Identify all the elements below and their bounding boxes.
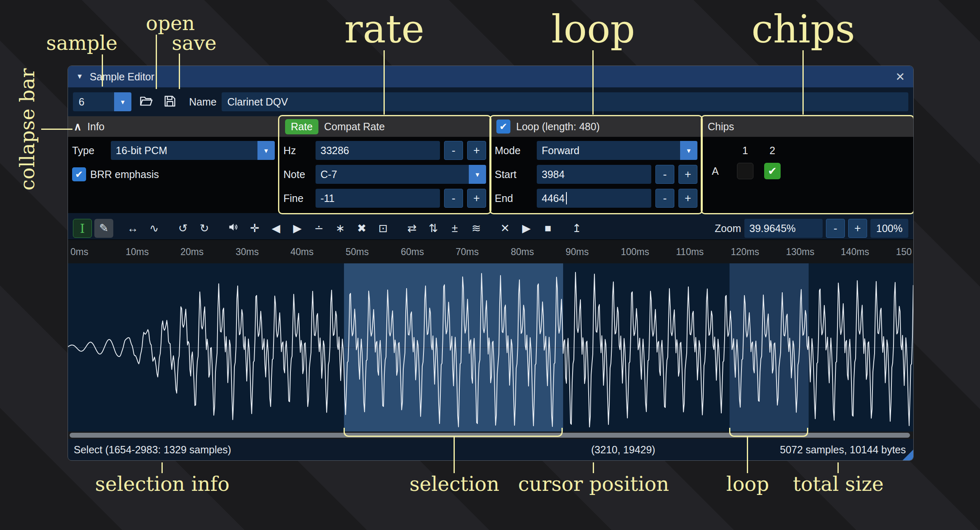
reverse-icon: ⇄ — [407, 222, 417, 235]
invert-icon: ⇅ — [429, 222, 438, 235]
resize-button[interactable]: ↔ — [123, 219, 142, 238]
window-titlebar[interactable]: ▼ Sample Editor ✕ — [68, 66, 913, 87]
make-instrument-button[interactable]: ↥ — [567, 219, 586, 238]
open-sample-button[interactable] — [136, 92, 155, 111]
window-collapse-icon[interactable]: ▼ — [76, 73, 83, 81]
selection-bracket — [344, 428, 563, 437]
note-dropdown[interactable]: C-7 ▼ — [316, 165, 486, 184]
loop-start-label: Start — [495, 169, 533, 181]
loop-enable-checkbox[interactable]: ✔ — [496, 120, 510, 134]
undo-button[interactable]: ↺ — [173, 219, 192, 238]
chevron-down-icon[interactable]: ▼ — [469, 165, 486, 184]
hz-increment-button[interactable]: + — [467, 141, 486, 160]
fade-in-icon: ◀ — [272, 222, 281, 235]
ruler-tick: 60ms — [401, 246, 424, 257]
apply-silence-button[interactable]: ∗ — [331, 219, 350, 238]
annotation-connector-line — [837, 462, 839, 473]
folder-open-icon — [139, 94, 153, 110]
sample-editor-window: ▼ Sample Editor ✕ 6 ▼ Name Clarinet DQV — [68, 66, 914, 461]
resample-button[interactable]: ∿ — [145, 219, 164, 238]
brr-emphasis-label: BRR emphasis — [90, 169, 159, 181]
ruler-tick: 80ms — [511, 246, 534, 257]
delete-button[interactable]: ✖ — [352, 219, 371, 238]
loop-end-value: 4464 — [542, 192, 565, 204]
chip-a2-checkbox[interactable]: ✔ — [764, 163, 781, 179]
filter-button[interactable]: ≋ — [467, 219, 486, 238]
loop-end-increment-button[interactable]: + — [678, 189, 697, 208]
filter-wave-icon: ≋ — [472, 222, 481, 235]
rate-panel-header: Rate Compat Rate — [279, 116, 490, 137]
rate-mode-badge[interactable]: Rate — [285, 119, 318, 134]
fine-field[interactable]: -11 — [316, 189, 440, 208]
sample-toolbar: I ✎ ↔ ∿ ↺ ↻ ✛ ◀ ▶ ∸ ∗ ✖ ⊡ ⇄ ⇅ ± ≋ ✕ ▶ ■ … — [68, 217, 913, 239]
fade-out-button[interactable]: ▶ — [288, 219, 307, 238]
edit-mode-button[interactable]: I — [73, 219, 92, 238]
loop-start-decrement-button[interactable]: - — [655, 165, 674, 184]
loop-start-field[interactable]: 3984 — [537, 165, 651, 184]
fine-decrement-button[interactable]: - — [444, 189, 463, 208]
info-panel-title: Info — [87, 121, 105, 133]
amplify-button[interactable] — [224, 219, 243, 238]
loop-end-field[interactable]: 4464 — [537, 189, 651, 208]
zoom-reset-button[interactable]: 100% — [870, 219, 908, 238]
ruler-tick: 20ms — [180, 246, 203, 257]
collapse-chevron-icon[interactable]: ∧ — [74, 120, 82, 133]
sample-name-field[interactable]: Clarinet DQV — [222, 92, 908, 111]
chip-column-2-label: 2 — [769, 145, 775, 157]
annotation-connector-line — [593, 462, 594, 473]
save-sample-button[interactable] — [160, 92, 179, 111]
trim-button[interactable]: ⊡ — [374, 219, 393, 238]
cursor-position-text: (3210, 19429) — [591, 444, 655, 456]
sample-name-value: Clarinet DQV — [227, 96, 288, 108]
hz-field[interactable]: 33286 — [316, 141, 440, 160]
normalize-button[interactable]: ✛ — [245, 219, 264, 238]
sign-convert-button[interactable]: ± — [445, 219, 464, 238]
ruler-tick: 120ms — [731, 246, 759, 257]
window-title: Sample Editor — [90, 71, 154, 83]
fade-in-button[interactable]: ◀ — [267, 219, 285, 238]
waveform-display[interactable] — [68, 263, 913, 432]
stop-preview-button[interactable]: ■ — [538, 219, 557, 238]
loop-end-decrement-button[interactable]: - — [655, 189, 674, 208]
chevron-down-icon[interactable]: ▼ — [257, 141, 275, 160]
redo-button[interactable]: ↻ — [195, 219, 214, 238]
annotation-connector-line — [156, 35, 157, 89]
window-resize-grip[interactable] — [903, 450, 913, 460]
selection-info-text: Select (1654-2983: 1329 samples) — [74, 444, 231, 456]
plus-minus-icon: ± — [452, 222, 458, 235]
draw-mode-button[interactable]: ✎ — [94, 219, 113, 238]
upload-icon: ↥ — [572, 222, 582, 235]
brr-emphasis-checkbox[interactable]: ✔ — [72, 167, 86, 181]
zoom-out-button[interactable]: - — [826, 219, 845, 238]
invert-button[interactable]: ⇅ — [424, 219, 443, 238]
undo-icon: ↺ — [178, 222, 188, 235]
chip-a1-checkbox[interactable] — [737, 163, 753, 179]
floppy-save-icon — [163, 94, 177, 110]
ruler-tick: 140ms — [841, 246, 869, 257]
zoom-in-button[interactable]: + — [848, 219, 867, 238]
annotation-sample: sample — [46, 31, 117, 54]
sample-number-dropdown[interactable]: 6 ▼ — [73, 92, 131, 111]
chip-column-1-label: 1 — [742, 145, 748, 157]
hz-decrement-button[interactable]: - — [444, 141, 463, 160]
time-ruler[interactable]: 0ms 10ms 20ms 30ms 40ms 50ms 60ms 70ms 8… — [68, 239, 913, 263]
loop-start-increment-button[interactable]: + — [678, 165, 697, 184]
info-panel-header[interactable]: ∧ Info — [68, 116, 279, 137]
loop-mode-dropdown[interactable]: Forward ▼ — [537, 141, 697, 160]
annotation-cursor-position: cursor position — [518, 472, 669, 495]
chips-panel: Chips 1 2 A ✔ — [702, 116, 913, 213]
waveform-graphic — [68, 263, 913, 432]
chevron-down-icon[interactable]: ▼ — [114, 92, 131, 111]
insert-silence-button[interactable]: ∸ — [309, 219, 328, 238]
ruler-tick: 70ms — [456, 246, 479, 257]
crossfade-loop-button[interactable]: ✕ — [496, 219, 515, 238]
resample-icon: ∿ — [150, 222, 159, 235]
zoom-field[interactable]: 39.9645% — [744, 219, 823, 238]
chevron-down-icon[interactable]: ▼ — [680, 141, 697, 160]
type-dropdown[interactable]: 16-bit PCM ▼ — [111, 141, 275, 160]
preview-button[interactable]: ▶ — [517, 219, 536, 238]
fine-increment-button[interactable]: + — [467, 189, 486, 208]
close-icon[interactable]: ✕ — [896, 70, 905, 84]
reverse-button[interactable]: ⇄ — [402, 219, 421, 238]
check-icon: ✔ — [75, 169, 83, 180]
